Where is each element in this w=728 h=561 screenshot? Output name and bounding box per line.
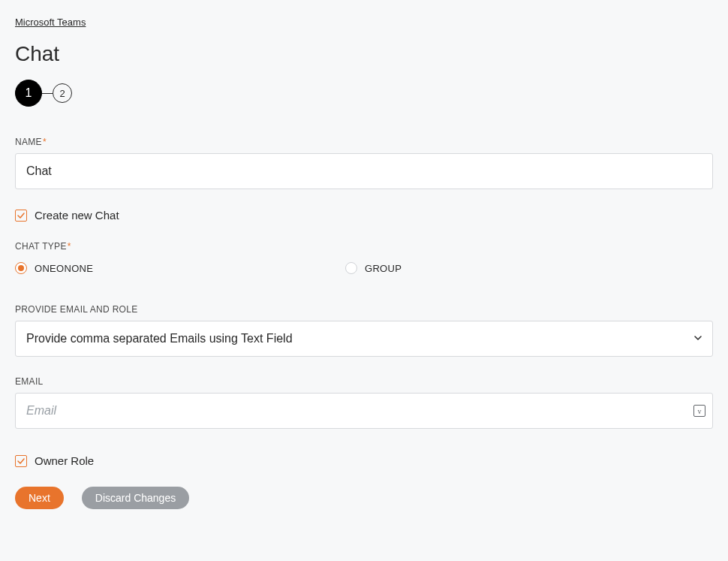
owner-role-checkbox-row: Owner Role — [15, 454, 713, 467]
required-star-icon: * — [68, 241, 71, 252]
radio-option-oneonone: ONEONONE — [15, 262, 345, 274]
radio-option-group: GROUP — [345, 262, 675, 274]
email-input[interactable] — [15, 393, 713, 429]
email-field-group: EMAIL v — [15, 376, 713, 429]
step-2[interactable]: 2 — [53, 83, 72, 103]
owner-role-checkbox[interactable] — [15, 455, 27, 467]
provide-select[interactable]: Provide comma separated Emails using Tex… — [15, 321, 713, 357]
name-label: NAME* — [15, 137, 713, 147]
create-new-checkbox[interactable] — [15, 210, 27, 222]
next-button[interactable]: Next — [15, 487, 64, 509]
step-1[interactable]: 1 — [15, 80, 42, 107]
email-label: EMAIL — [15, 376, 713, 387]
button-row: Next Discard Changes — [15, 487, 713, 509]
provide-select-value: Provide comma separated Emails using Tex… — [26, 332, 293, 345]
chat-type-label: CHAT TYPE* — [15, 241, 713, 252]
name-field-group: NAME* — [15, 137, 713, 189]
required-star-icon: * — [43, 137, 47, 147]
stepper: 1 2 — [15, 80, 713, 107]
chat-type-field-group: CHAT TYPE* — [15, 241, 713, 252]
variable-badge-icon[interactable]: v — [693, 405, 705, 417]
checkmark-icon — [17, 457, 26, 466]
radio-group-label: GROUP — [365, 263, 402, 274]
create-new-label: Create new Chat — [35, 209, 119, 222]
breadcrumb-link[interactable]: Microsoft Teams — [15, 17, 86, 28]
discard-button[interactable]: Discard Changes — [82, 487, 189, 509]
provide-label: PROVIDE EMAIL AND ROLE — [15, 304, 713, 315]
email-input-wrapper: v — [15, 393, 713, 429]
chat-type-radio-group: ONEONONE GROUP — [15, 262, 713, 274]
radio-group[interactable] — [345, 262, 357, 274]
radio-oneonone-label: ONEONONE — [35, 263, 93, 274]
page-title: Chat — [15, 42, 713, 66]
owner-role-label: Owner Role — [35, 454, 94, 467]
create-new-checkbox-row: Create new Chat — [15, 209, 713, 222]
name-input[interactable] — [15, 153, 713, 189]
provide-field-group: PROVIDE EMAIL AND ROLE Provide comma sep… — [15, 304, 713, 357]
step-connector — [42, 93, 53, 94]
radio-oneonone[interactable] — [15, 262, 27, 274]
radio-dot-icon — [18, 265, 24, 271]
checkmark-icon — [17, 211, 26, 220]
chat-type-label-text: CHAT TYPE — [15, 241, 67, 252]
provide-select-wrapper: Provide comma separated Emails using Tex… — [15, 321, 713, 357]
name-label-text: NAME — [15, 137, 42, 147]
